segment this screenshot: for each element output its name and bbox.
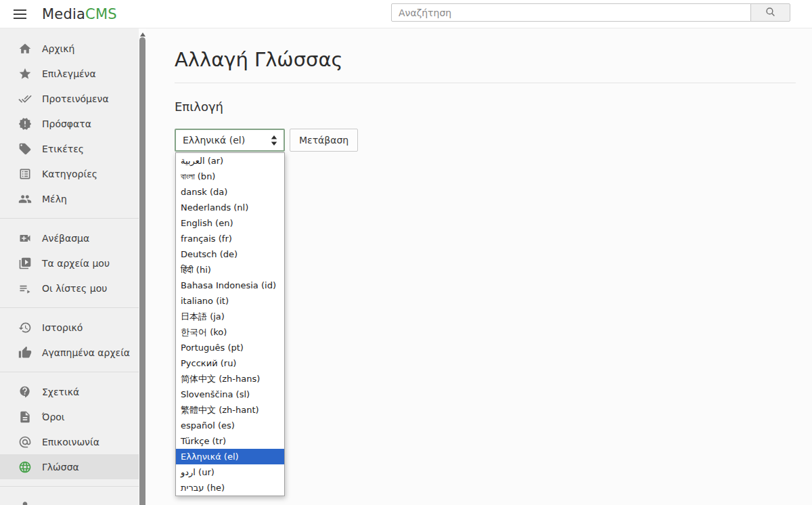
title-divider <box>175 83 796 83</box>
language-select-value: Ελληνικά (el) <box>183 135 245 146</box>
sidebar-item-liked-media[interactable]: Αγαπημένα αρχεία <box>0 340 139 365</box>
document-icon <box>18 410 32 424</box>
go-button[interactable]: Μετάβαση <box>290 129 358 152</box>
dropdown-option[interactable]: Nederlands (nl) <box>176 200 284 215</box>
dropdown-option[interactable]: français (fr) <box>176 231 284 246</box>
language-controls: Ελληνικά (el) Μετάβαση العربية (ar)বাংলা… <box>175 129 796 152</box>
menu-toggle-button[interactable] <box>14 0 30 28</box>
sidebar-item-latest[interactable]: Πρόσφατα <box>0 111 139 136</box>
sidebar-group: ΣχετικάΌροιΕπικοινωνίαΓλώσσα <box>0 379 139 479</box>
sidebar-item-label: Σχετικά <box>42 387 79 397</box>
dropdown-option[interactable]: Deutsch (de) <box>176 246 284 262</box>
sidebar-item-label: Ετικέτες <box>42 144 84 154</box>
scroll-up-arrow-icon[interactable] <box>140 32 145 37</box>
dropdown-option[interactable]: 한국어 (ko) <box>176 324 284 340</box>
sidebar-item-label: Πρόσφατα <box>42 118 91 129</box>
thumb-up-icon <box>18 346 32 359</box>
dropdown-option[interactable]: 简体中文 (zh-hans) <box>176 371 284 387</box>
search-icon <box>765 6 776 20</box>
dropdown-option[interactable]: Slovenščina (sl) <box>176 387 284 402</box>
sidebar-item-terms[interactable]: Όροι <box>0 404 139 429</box>
sidebar-item-label: Προτεινόμενα <box>42 93 109 104</box>
sidebar-item-my-media[interactable]: Τα αρχεία μου <box>0 250 139 276</box>
sidebar-scrollbar[interactable] <box>139 28 146 505</box>
logo-text-cms: CMS <box>85 6 117 22</box>
dropdown-option[interactable]: עברית (he) <box>176 480 284 496</box>
scrollbar-thumb[interactable] <box>139 37 145 505</box>
sidebar-item-tags[interactable]: Ετικέτες <box>0 136 139 161</box>
hamburger-icon <box>14 9 26 11</box>
logo[interactable]: MediaCMS <box>42 0 117 28</box>
sidebar-item-label: Επιλεγμένα <box>42 68 96 79</box>
sidebar-item-label: Οι λίστες μου <box>42 283 107 294</box>
new-releases-icon <box>18 117 32 131</box>
dropdown-option[interactable]: বাংলা (bn) <box>176 169 284 184</box>
top-bar: MediaCMS <box>0 0 812 28</box>
dropdown-option[interactable]: español (es) <box>176 418 284 433</box>
sidebar-item-history[interactable]: Ιστορικό <box>0 315 139 340</box>
logo-text-media: Media <box>42 6 85 22</box>
playlist-icon <box>18 282 32 295</box>
home-icon <box>18 42 32 56</box>
sidebar-item-label: Γλώσσα <box>42 462 79 473</box>
video-library-icon <box>18 257 32 270</box>
star-icon <box>18 67 32 81</box>
sidebar-item-label: Ανέβασμα <box>42 233 89 244</box>
language-select[interactable]: Ελληνικά (el) <box>175 129 285 152</box>
sidebar-item-recommended[interactable]: Προτεινόμενα <box>0 86 139 111</box>
sidebar-item-home[interactable]: Αρχική <box>0 36 139 61</box>
person-icon <box>18 500 32 505</box>
sidebar-group: ΑνέβασμαΤα αρχεία μουΟι λίστες μου <box>0 225 139 301</box>
content: Αλλαγή Γλώσσας Επιλογή Ελληνικά (el) Μετ… <box>175 28 796 152</box>
help-icon <box>18 385 32 399</box>
dropdown-option[interactable]: Bahasa Indonesia (id) <box>176 278 284 293</box>
dropdown-option[interactable]: 日本語 (ja) <box>176 309 284 324</box>
sidebar-item-my-playlists[interactable]: Οι λίστες μου <box>0 276 139 301</box>
sidebar-item-label: Όροι <box>42 412 65 422</box>
app-window: MediaCMS ΑρχικήΕπιλεγμέναΠροτεινόμεναΠρό… <box>0 0 812 505</box>
language-dropdown: العربية (ar)বাংলা (bn)dansk (da)Nederlan… <box>175 152 285 496</box>
search-bar <box>391 3 790 22</box>
dropdown-option[interactable]: 繁體中文 (zh-hant) <box>176 402 284 418</box>
search-input[interactable] <box>391 3 751 22</box>
page-title: Αλλαγή Γλώσσας <box>175 47 796 72</box>
members-icon <box>18 192 32 206</box>
sidebar-item-featured[interactable]: Επιλεγμένα <box>0 61 139 86</box>
select-section-label: Επιλογή <box>175 100 796 114</box>
sidebar-item-upload[interactable]: Ανέβασμα <box>0 225 139 250</box>
globe-icon <box>18 460 32 474</box>
sidebar-item-language[interactable]: Γλώσσα <box>0 454 139 479</box>
dropdown-option[interactable]: Ελληνικά (el) <box>176 449 284 464</box>
dropdown-option[interactable]: Português (pt) <box>176 340 284 355</box>
sidebar-group: ΙστορικόΑγαπημένα αρχεία <box>0 315 139 365</box>
search-button[interactable] <box>750 3 790 22</box>
dropdown-option[interactable]: italiano (it) <box>176 293 284 309</box>
sidebar-divider <box>0 218 139 219</box>
dropdown-option[interactable]: हिंदी (hi) <box>176 262 284 278</box>
sidebar-divider <box>0 486 139 487</box>
sidebar-item-label: Μέλη <box>42 194 67 204</box>
tag-icon <box>18 142 32 156</box>
sidebar-item-members[interactable]: Μέλη <box>0 186 139 211</box>
dropdown-option[interactable]: dansk (da) <box>176 184 284 200</box>
dropdown-option[interactable]: English (en) <box>176 215 284 231</box>
dropdown-option[interactable]: اردو (ur) <box>176 464 284 480</box>
done-all-icon <box>18 92 32 106</box>
sidebar-item-partial-bottom[interactable] <box>0 493 139 505</box>
sidebar-nav: ΑρχικήΕπιλεγμέναΠροτεινόμεναΠρόσφαταΕτικ… <box>0 28 139 505</box>
sidebar-group: ΑρχικήΕπιλεγμέναΠροτεινόμεναΠρόσφαταΕτικ… <box>0 36 139 211</box>
sidebar-item-about[interactable]: Σχετικά <box>0 379 139 404</box>
dropdown-option[interactable]: Русский (ru) <box>176 355 284 371</box>
sidebar-item-label: Αγαπημένα αρχεία <box>42 347 130 358</box>
sidebar-divider <box>0 307 139 308</box>
sidebar-item-label: Ιστορικό <box>42 322 83 333</box>
dropdown-option[interactable]: Türkçe (tr) <box>176 433 284 449</box>
sidebar-item-label: Αρχική <box>42 43 74 54</box>
sidebar-divider <box>0 372 139 372</box>
upload-video-icon <box>18 232 32 245</box>
categories-icon <box>18 167 32 181</box>
sidebar-item-label: Τα αρχεία μου <box>42 258 110 269</box>
sidebar-item-categories[interactable]: Κατηγορίες <box>0 161 139 186</box>
dropdown-option[interactable]: العربية (ar) <box>176 153 284 169</box>
sidebar-item-contact[interactable]: Επικοινωνία <box>0 429 139 454</box>
